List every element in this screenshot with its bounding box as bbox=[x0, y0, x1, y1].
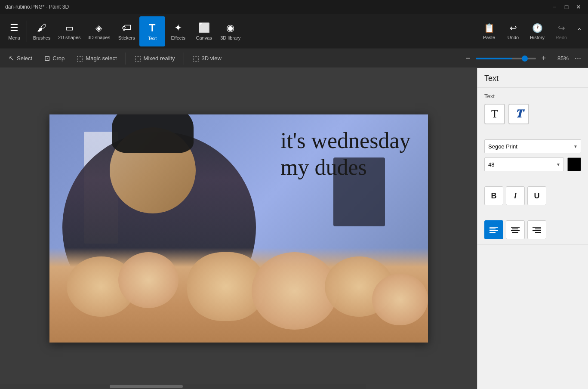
paste-label: Paste bbox=[483, 35, 495, 40]
mixed-reality-button[interactable]: ⬚ Mixed reality bbox=[129, 52, 180, 65]
zoom-percentage: 85% bbox=[551, 55, 569, 62]
crop-icon: ⊡ bbox=[44, 54, 50, 62]
font-select-wrapper: Segoe Print Arial Times New Roman Comic … bbox=[484, 139, 581, 153]
history-label: History bbox=[530, 35, 545, 40]
toolbar-2dshapes[interactable]: ▭ 2D shapes bbox=[55, 16, 84, 46]
svg-rect-0 bbox=[489, 227, 498, 228]
brushes-icon: 🖌 bbox=[37, 22, 46, 34]
undo-button[interactable]: ↩ Undo bbox=[502, 16, 524, 46]
font-section: Segoe Print Arial Times New Roman Comic … bbox=[477, 134, 588, 181]
svg-rect-6 bbox=[511, 230, 520, 231]
magic-select-icon: ⬚ bbox=[77, 54, 83, 62]
chevron-up-icon: ⌃ bbox=[577, 27, 582, 34]
redo-button[interactable]: ↪ Redo bbox=[550, 16, 573, 46]
menu-label: Menu bbox=[8, 35, 20, 40]
3dlibrary-label: 3D library bbox=[220, 35, 240, 40]
h-scrollbar[interactable] bbox=[0, 384, 366, 389]
main-content: it's wednesday my dudes Text Text T 𝐓 bbox=[0, 68, 588, 389]
canvas-area[interactable]: it's wednesday my dudes bbox=[0, 68, 477, 389]
plain-text-button[interactable]: T bbox=[484, 104, 505, 124]
3dshapes-label: 3D shapes bbox=[88, 35, 111, 40]
person-hair bbox=[112, 114, 194, 153]
3dshapes-icon: ◈ bbox=[95, 23, 102, 33]
text-section: Text T 𝐓 bbox=[477, 88, 588, 134]
bold-button[interactable]: B bbox=[484, 186, 503, 205]
italic-button[interactable]: I bbox=[506, 186, 525, 205]
svg-rect-9 bbox=[535, 228, 541, 229]
toolbar-effects[interactable]: ✦ Effects bbox=[165, 16, 191, 46]
right-panel: Text Text T 𝐓 Segoe Print Arial Times Ne… bbox=[477, 68, 588, 389]
svg-rect-2 bbox=[489, 230, 498, 231]
minimize-button[interactable]: − bbox=[550, 3, 559, 11]
history-button[interactable]: 🕐 History bbox=[526, 16, 548, 46]
zoom-controls: − + 85% ··· bbox=[463, 52, 585, 65]
2dshapes-label: 2D shapes bbox=[58, 35, 81, 40]
canvas-label: Canvas bbox=[196, 35, 212, 40]
styled-text-button[interactable]: 𝐓 bbox=[508, 104, 529, 124]
subtoolbar: ↖ Select ⊡ Crop ⬚ Magic select ⬚ Mixed r… bbox=[0, 49, 588, 68]
menu-button[interactable]: ☰ Menu bbox=[3, 16, 25, 46]
svg-rect-10 bbox=[533, 230, 541, 231]
menu-icon: ☰ bbox=[10, 22, 18, 34]
toolbar-3dshapes[interactable]: ◈ 3D shapes bbox=[84, 16, 114, 46]
format-section: B I U bbox=[477, 181, 588, 215]
3d-view-icon: ⬚ bbox=[193, 54, 199, 62]
sub-divider-1 bbox=[126, 52, 126, 65]
mixed-reality-label: Mixed reality bbox=[144, 55, 175, 62]
history-icon: 🕐 bbox=[532, 23, 543, 33]
align-center-button[interactable] bbox=[506, 220, 525, 239]
close-button[interactable]: ✕ bbox=[574, 3, 583, 11]
align-right-button[interactable] bbox=[527, 220, 546, 239]
align-left-button[interactable] bbox=[484, 220, 503, 239]
font-row: Segoe Print Arial Times New Roman Comic … bbox=[484, 139, 581, 153]
magic-select-button[interactable]: ⬚ Magic select bbox=[71, 52, 122, 65]
maximize-button[interactable]: □ bbox=[562, 3, 571, 11]
mixed-reality-icon: ⬚ bbox=[135, 54, 141, 62]
font-select[interactable]: Segoe Print Arial Times New Roman Comic … bbox=[484, 139, 581, 153]
toolbar-canvas[interactable]: ⬜ Canvas bbox=[191, 16, 217, 46]
align-center-icon bbox=[511, 226, 520, 233]
svg-rect-7 bbox=[512, 232, 518, 233]
canvas-icon: ⬜ bbox=[198, 22, 210, 34]
underline-button[interactable]: U bbox=[527, 186, 546, 205]
effects-icon: ✦ bbox=[174, 22, 182, 34]
more-options-button[interactable]: ··· bbox=[571, 52, 585, 65]
monitor-decor bbox=[333, 157, 385, 226]
canvas-image: it's wednesday my dudes bbox=[49, 114, 428, 343]
toolbar-text[interactable]: T Text bbox=[139, 16, 165, 46]
toolbar-right: 📋 Paste ↩ Undo 🕐 History ↪ Redo ⌃ bbox=[478, 16, 585, 46]
toolbar-brushes[interactable]: 🖌 Brushes bbox=[29, 16, 55, 46]
crop-label: Crop bbox=[52, 55, 65, 62]
window-title: dan-rubino.PNG* - Paint 3D bbox=[5, 4, 69, 10]
stickers-label: Stickers bbox=[118, 35, 135, 40]
zoom-plus-button[interactable]: + bbox=[539, 53, 549, 64]
frog-6 bbox=[372, 274, 428, 325]
crop-button[interactable]: ⊡ Crop bbox=[39, 52, 70, 65]
svg-rect-8 bbox=[533, 227, 541, 228]
color-swatch[interactable] bbox=[567, 157, 581, 171]
expand-panel-button[interactable]: ⌃ bbox=[574, 16, 585, 46]
frog-4 bbox=[252, 252, 338, 330]
titlebar: dan-rubino.PNG* - Paint 3D − □ ✕ bbox=[0, 0, 588, 14]
align-left-icon bbox=[489, 226, 498, 233]
main-toolbar: ☰ Menu 🖌 Brushes ▭ 2D shapes ◈ 3D shapes… bbox=[0, 14, 588, 49]
align-section bbox=[477, 215, 588, 245]
svg-rect-11 bbox=[535, 232, 541, 233]
svg-rect-3 bbox=[489, 232, 496, 233]
paste-button[interactable]: 📋 Paste bbox=[478, 16, 500, 46]
align-row bbox=[484, 220, 581, 239]
zoom-minus-button[interactable]: − bbox=[463, 53, 473, 64]
text-label: Text bbox=[148, 36, 157, 41]
zoom-slider[interactable] bbox=[476, 58, 536, 59]
svg-rect-1 bbox=[489, 228, 496, 229]
window-controls: − □ ✕ bbox=[550, 3, 583, 11]
select-button[interactable]: ↖ Select bbox=[3, 52, 37, 65]
h-scrollbar-thumb[interactable] bbox=[110, 385, 183, 388]
3d-view-button[interactable]: ⬚ 3D view bbox=[188, 52, 227, 65]
toolbar-3dlibrary[interactable]: ◉ 3D library bbox=[217, 16, 244, 46]
svg-rect-4 bbox=[511, 227, 520, 228]
size-row: 48 8 12 24 36 72 ▼ bbox=[484, 157, 581, 171]
toolbar-stickers[interactable]: 🏷 Stickers bbox=[114, 16, 139, 46]
redo-label: Redo bbox=[556, 35, 567, 40]
font-size-select[interactable]: 48 8 12 24 36 72 bbox=[484, 157, 564, 171]
